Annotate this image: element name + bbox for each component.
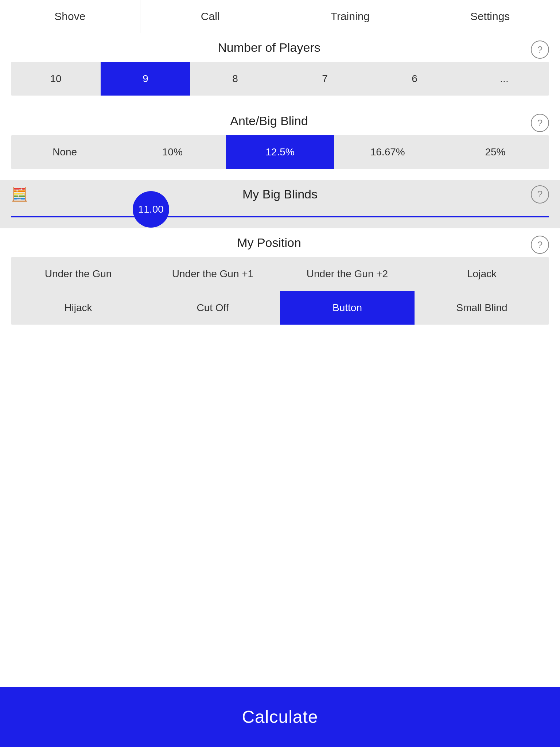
slider-thumb[interactable]: 11.00: [133, 191, 169, 228]
spacer: [0, 332, 560, 687]
num-players-options: 10 9 8 7 6 ...: [11, 62, 549, 96]
num-players-help[interactable]: ?: [531, 40, 549, 59]
num-players-10[interactable]: 10: [11, 62, 101, 96]
ante-help[interactable]: ?: [531, 114, 549, 132]
nav-training[interactable]: Training: [280, 0, 420, 33]
nav-shove[interactable]: Shove: [0, 0, 140, 33]
position-lojack[interactable]: Lojack: [415, 257, 549, 291]
position-section: My Position ? Under the Gun Under the Gu…: [0, 228, 560, 332]
ante-12-5[interactable]: 12.5%: [226, 135, 334, 169]
num-players-more[interactable]: ...: [459, 62, 549, 96]
big-blinds-header: 🧮 My Big Blinds ?: [11, 187, 549, 201]
ante-section: Ante/Big Blind ? None 10% 12.5% 16.67% 2…: [0, 107, 560, 180]
position-row-1: Under the Gun Under the Gun +1 Under the…: [11, 257, 549, 291]
position-grid: Under the Gun Under the Gun +1 Under the…: [11, 257, 549, 325]
calculator-icon: 🧮: [11, 186, 28, 202]
nav-call[interactable]: Call: [140, 0, 280, 33]
position-button[interactable]: Button: [280, 291, 415, 325]
big-blinds-title: My Big Blinds: [242, 187, 318, 201]
slider-track: [11, 216, 549, 217]
calculate-button[interactable]: Calculate: [0, 687, 560, 747]
num-players-section: Number of Players ? 10 9 8 7 6 ...: [0, 33, 560, 107]
position-utg2[interactable]: Under the Gun +2: [280, 257, 415, 291]
top-navigation: Shove Call Training Settings: [0, 0, 560, 33]
ante-16-67[interactable]: 16.67%: [334, 135, 442, 169]
num-players-6[interactable]: 6: [370, 62, 459, 96]
position-hijack[interactable]: Hijack: [11, 291, 145, 325]
position-title: My Position: [11, 236, 549, 250]
ante-title: Ante/Big Blind: [11, 114, 549, 128]
num-players-8[interactable]: 8: [190, 62, 280, 96]
position-help[interactable]: ?: [531, 236, 549, 254]
big-blinds-slider-container: 11.00: [11, 209, 549, 228]
ante-25[interactable]: 25%: [442, 135, 549, 169]
big-blinds-help[interactable]: ?: [531, 185, 549, 204]
nav-settings[interactable]: Settings: [420, 0, 560, 33]
position-row-2: Hijack Cut Off Button Small Blind: [11, 291, 549, 325]
big-blinds-section: 🧮 My Big Blinds ? 11.00: [0, 180, 560, 228]
position-utg[interactable]: Under the Gun: [11, 257, 145, 291]
position-utg1[interactable]: Under the Gun +1: [145, 257, 280, 291]
position-cutoff[interactable]: Cut Off: [145, 291, 280, 325]
position-small-blind[interactable]: Small Blind: [415, 291, 549, 325]
num-players-7[interactable]: 7: [280, 62, 370, 96]
ante-10[interactable]: 10%: [118, 135, 226, 169]
ante-none[interactable]: None: [11, 135, 118, 169]
num-players-title: Number of Players: [11, 40, 549, 55]
ante-options: None 10% 12.5% 16.67% 25%: [11, 135, 549, 169]
num-players-9[interactable]: 9: [101, 62, 190, 96]
